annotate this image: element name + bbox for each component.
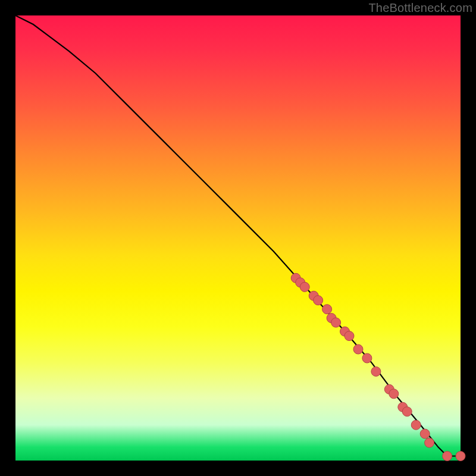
data-point — [345, 331, 354, 341]
data-point — [402, 407, 412, 416]
chart-frame: TheBottleneck.com — [0, 0, 476, 476]
data-point — [411, 420, 421, 430]
chart-svg — [15, 15, 461, 461]
data-points — [291, 273, 465, 461]
data-point — [425, 438, 434, 447]
data-point — [314, 296, 323, 305]
data-point — [371, 367, 381, 376]
data-point — [456, 452, 465, 461]
data-point — [420, 429, 430, 439]
data-point — [353, 345, 363, 354]
data-point — [322, 305, 332, 314]
data-point — [362, 353, 372, 363]
data-point — [443, 452, 452, 461]
plot-area — [15, 15, 461, 461]
data-point — [331, 318, 341, 327]
data-point — [389, 389, 399, 399]
data-point — [300, 282, 309, 292]
attribution-label: TheBottleneck.com — [368, 1, 472, 15]
